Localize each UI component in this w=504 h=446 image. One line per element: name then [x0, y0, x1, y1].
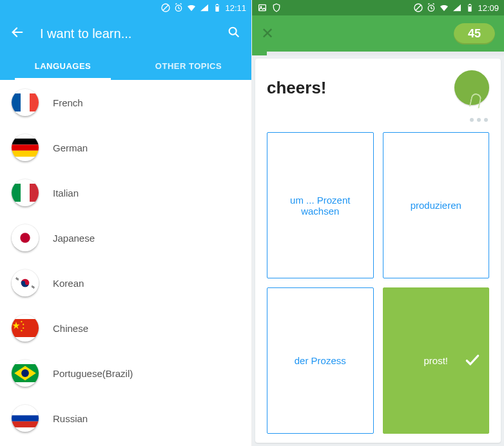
list-item[interactable]: Chinese — [0, 305, 251, 351]
flag-russia-icon — [12, 405, 39, 432]
svg-rect-13 — [12, 93, 21, 112]
wifi-icon — [439, 3, 449, 13]
toolbar: I want to learn... — [0, 15, 251, 52]
svg-rect-40 — [12, 415, 39, 421]
do-not-disturb-icon — [160, 3, 171, 13]
more-icon[interactable] — [470, 118, 488, 122]
svg-point-33 — [23, 324, 24, 325]
svg-rect-21 — [30, 184, 39, 202]
status-bar: 12:11 — [0, 0, 251, 15]
flag-china-icon — [12, 315, 39, 342]
svg-point-23 — [20, 233, 30, 242]
quiz-header: ✕ 45 — [252, 15, 504, 52]
svg-rect-42 — [259, 5, 266, 10]
list-item[interactable]: Korean — [0, 260, 251, 305]
svg-rect-8 — [217, 4, 218, 5]
tab-other-topics[interactable]: OTHER TOPICS — [126, 52, 251, 80]
tabs: LANGUAGES OTHER TOPICS — [0, 52, 251, 80]
search-icon[interactable] — [227, 25, 241, 42]
svg-rect-53 — [469, 5, 471, 6]
answer-option-correct[interactable]: prost! — [383, 287, 490, 434]
answers-grid: um ... Prozent wachsen produzieren der P… — [267, 132, 489, 434]
svg-point-35 — [21, 330, 22, 331]
svg-rect-17 — [12, 144, 39, 150]
list-item[interactable]: German — [0, 125, 251, 170]
cell-signal-icon — [199, 3, 209, 13]
flag-germany-icon — [12, 134, 39, 161]
wifi-icon — [186, 3, 197, 13]
flag-japan-icon — [12, 224, 39, 251]
flag-italy-icon — [12, 179, 39, 206]
alarm-icon — [173, 3, 184, 13]
check-icon — [464, 351, 481, 370]
cell-signal-icon — [452, 3, 462, 13]
status-time: 12:09 — [478, 3, 499, 13]
shield-icon — [271, 3, 282, 13]
svg-point-32 — [21, 321, 22, 322]
svg-rect-20 — [21, 184, 30, 202]
svg-line-49 — [429, 3, 430, 4]
language-label: Italian — [53, 188, 79, 199]
svg-point-38 — [21, 369, 29, 377]
svg-rect-14 — [21, 93, 30, 112]
page-title: I want to learn... — [40, 26, 211, 41]
alarm-icon — [426, 3, 436, 13]
svg-point-11 — [229, 28, 237, 35]
close-icon[interactable]: ✕ — [261, 24, 274, 43]
phone-quiz: 12:09 ✕ 45 cheers! um ... Prozent wachse… — [252, 0, 504, 446]
phone-language-picker: 12:11 I want to learn... LANGUAGES OTHER… — [0, 0, 252, 446]
flag-france-icon — [12, 89, 39, 116]
language-label: Korean — [53, 278, 84, 289]
svg-rect-52 — [469, 4, 471, 5]
score-pill: 45 — [454, 23, 495, 44]
flag-brazil-icon — [12, 360, 39, 387]
svg-rect-19 — [12, 184, 21, 202]
svg-line-1 — [163, 5, 168, 10]
tab-languages[interactable]: LANGUAGES — [0, 52, 126, 80]
progress-bar — [252, 52, 504, 55]
language-label: Russian — [53, 413, 88, 424]
flag-south-korea-icon — [12, 269, 39, 296]
answer-option[interactable]: um ... Prozent wachsen — [267, 132, 374, 278]
quiz-prompt: cheers! — [267, 78, 327, 98]
do-not-disturb-icon — [413, 3, 423, 13]
language-list: French German Italian Japanese Korean — [0, 80, 251, 446]
svg-line-4 — [179, 8, 180, 9]
svg-line-5 — [176, 3, 177, 4]
list-item[interactable]: Portuguese(Brazil) — [0, 351, 251, 396]
svg-rect-9 — [216, 5, 218, 6]
answer-text: prost! — [423, 355, 448, 366]
svg-rect-16 — [12, 139, 39, 144]
mascot-icon — [454, 70, 489, 105]
quiz-area: cheers! um ... Prozent wachsen produzier… — [252, 55, 504, 446]
battery-icon — [212, 3, 222, 13]
svg-line-48 — [431, 8, 432, 9]
answer-option[interactable]: der Prozess — [267, 287, 374, 434]
status-time: 12:11 — [225, 3, 246, 13]
svg-rect-18 — [12, 151, 39, 157]
battery-icon — [465, 3, 475, 13]
list-item[interactable]: French — [0, 80, 251, 125]
language-label: Japanese — [53, 233, 95, 244]
status-bar: 12:09 — [252, 0, 504, 15]
progress-fill — [252, 52, 267, 55]
svg-line-12 — [235, 34, 238, 37]
svg-line-50 — [433, 3, 434, 4]
image-notification-icon — [257, 3, 267, 13]
list-item[interactable]: Russian — [0, 396, 251, 441]
quiz-card: cheers! um ... Prozent wachsen produzier… — [255, 59, 501, 443]
svg-rect-39 — [12, 409, 39, 415]
svg-rect-30 — [12, 319, 39, 337]
list-item[interactable]: Italian — [0, 170, 251, 215]
language-label: German — [53, 142, 88, 153]
svg-line-6 — [180, 3, 182, 4]
back-icon[interactable] — [10, 25, 24, 42]
language-label: French — [53, 97, 83, 108]
svg-rect-15 — [30, 93, 39, 112]
svg-point-34 — [23, 327, 24, 329]
answer-option[interactable]: produzieren — [383, 132, 490, 278]
language-label: Chinese — [53, 323, 88, 334]
svg-line-45 — [416, 5, 421, 10]
language-label: Portuguese(Brazil) — [53, 368, 133, 379]
list-item[interactable]: Japanese — [0, 215, 251, 260]
